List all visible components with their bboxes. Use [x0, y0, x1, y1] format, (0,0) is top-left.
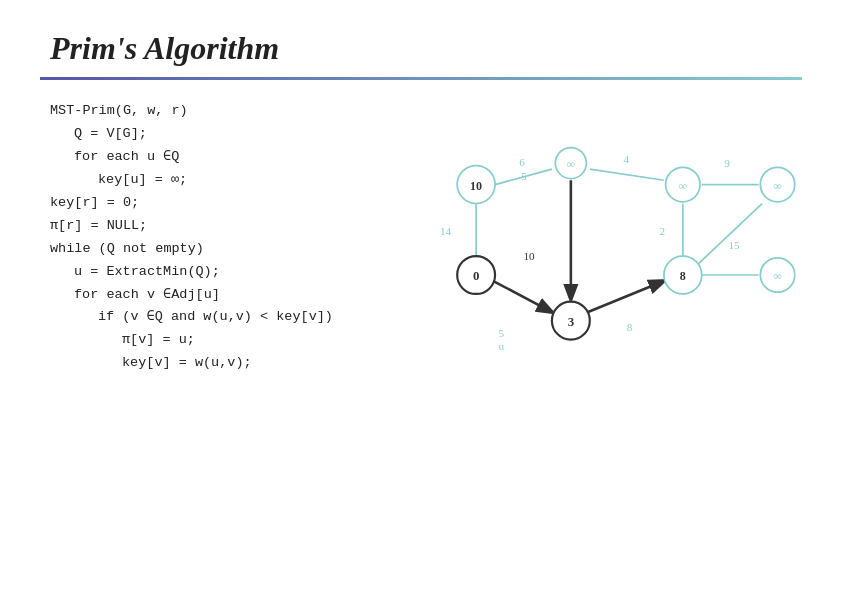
- svg-text:10: 10: [470, 179, 482, 193]
- svg-text:8: 8: [680, 269, 686, 283]
- code-block: MST-Prim(G, w, r) Q = V[G]; for each u ∈…: [50, 100, 390, 460]
- svg-text:8: 8: [627, 321, 633, 333]
- divider: [40, 77, 802, 80]
- svg-text:∞: ∞: [773, 269, 782, 283]
- graph-area: 6 5 4 9 14 10 2 15 8 5 u 10: [390, 90, 812, 460]
- svg-text:5: 5: [499, 327, 505, 339]
- code-line-6: π[r] = NULL;: [50, 215, 390, 238]
- code-line-3: for each u ∈Q: [50, 146, 390, 169]
- code-line-1: MST-Prim(G, w, r): [50, 100, 390, 123]
- page-title: Prim's Algorithm: [0, 0, 842, 77]
- code-line-8: u = ExtractMin(Q);: [50, 261, 390, 284]
- svg-line-4: [493, 281, 552, 312]
- code-line-9: for each v ∈Adj[u]: [50, 284, 390, 307]
- svg-text:9: 9: [724, 157, 730, 169]
- svg-line-5: [588, 281, 664, 312]
- svg-text:∞: ∞: [773, 179, 782, 193]
- svg-text:5: 5: [521, 170, 527, 182]
- svg-text:∞: ∞: [567, 157, 576, 171]
- svg-text:3: 3: [568, 314, 575, 329]
- code-line-10: if (v ∈Q and w(u,v) < key[v]): [50, 306, 390, 329]
- code-line-11: π[v] = u;: [50, 329, 390, 352]
- svg-text:2: 2: [660, 225, 666, 237]
- code-line-5: key[r] = 0;: [50, 192, 390, 215]
- svg-line-1: [590, 169, 664, 180]
- svg-text:0: 0: [473, 268, 479, 283]
- code-line-2: Q = V[G];: [50, 123, 390, 146]
- svg-line-6: [698, 204, 762, 264]
- svg-text:14: 14: [440, 225, 452, 237]
- svg-text:∞: ∞: [679, 179, 688, 193]
- svg-text:10: 10: [523, 250, 535, 262]
- code-line-4: key[u] = ∞;: [50, 169, 390, 192]
- svg-text:u: u: [499, 340, 505, 352]
- code-line-12: key[v] = w(u,v);: [50, 352, 390, 375]
- svg-text:15: 15: [728, 239, 740, 251]
- svg-text:6: 6: [519, 156, 525, 168]
- code-line-7: while (Q not empty): [50, 238, 390, 261]
- svg-text:4: 4: [623, 153, 629, 165]
